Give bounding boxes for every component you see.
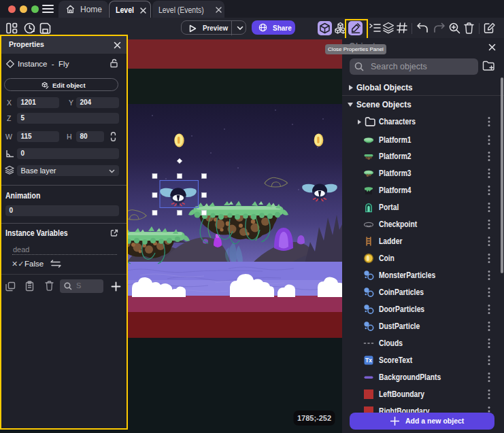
- svg-text:1785;-252: 1785;-252: [297, 414, 331, 422]
- svg-text:Tx: Tx: [365, 357, 372, 364]
